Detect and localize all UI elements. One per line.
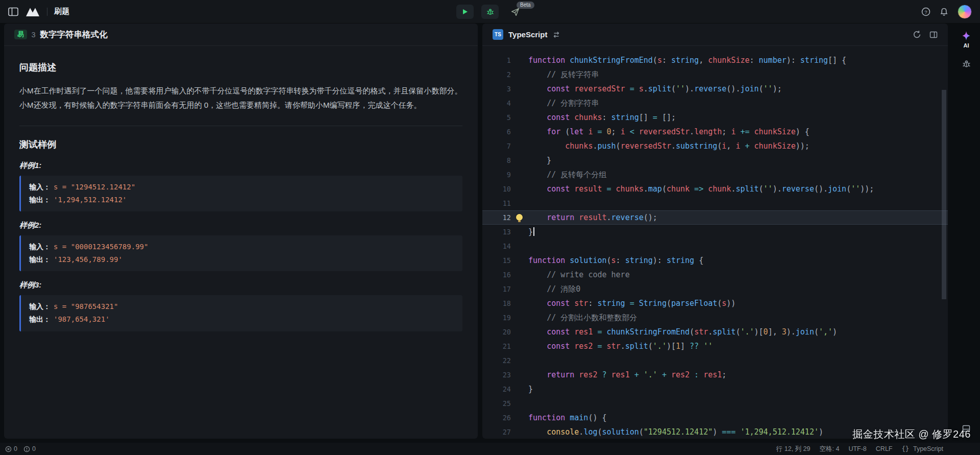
line-content: } — [511, 153, 551, 167]
code-line[interactable]: 15function solution(s: string): string { — [482, 253, 948, 268]
line-content: return result.reverse(); — [511, 210, 657, 225]
submit-button[interactable]: Beta — [506, 5, 524, 19]
code-line[interactable]: 18 const str: string = String(parseFloat… — [482, 296, 948, 310]
line-content: function main() { — [511, 411, 607, 425]
code-line[interactable]: 3 const reversedStr = s.split('').revers… — [482, 82, 948, 96]
code-line[interactable]: 22 — [482, 353, 948, 368]
warnings-indicator[interactable]: 0 — [23, 445, 36, 452]
code-line[interactable]: 12 return result.reverse(); — [482, 210, 948, 225]
sample-3-label: 样例3: — [19, 280, 462, 290]
sample-1-output: 输出：'1,294,512.12412' — [29, 194, 454, 206]
code-line[interactable]: 8 } — [482, 153, 948, 167]
code-line[interactable]: 19 // 分割出小数和整数部分 — [482, 310, 948, 325]
typescript-icon: TS — [493, 29, 503, 40]
line-content: chunks.push(reversedStr.substring(i, i +… — [511, 139, 810, 153]
svg-text:?: ? — [924, 9, 927, 14]
lightbulb-icon[interactable] — [516, 214, 523, 221]
beta-badge: Beta — [517, 2, 534, 9]
output-value: '987,654,321' — [54, 315, 110, 323]
line-content: // 分割出小数和整数部分 — [511, 310, 637, 325]
editor-header-left: TS TypeScript — [493, 29, 560, 40]
run-button[interactable] — [456, 5, 474, 19]
help-icon[interactable]: ? — [921, 7, 930, 16]
encoding[interactable]: UTF-8 — [848, 445, 866, 452]
line-number: 27 — [482, 425, 511, 439]
sidebar-toggle-icon[interactable] — [8, 7, 18, 16]
input-label: 输入： — [29, 302, 51, 310]
code-line[interactable]: 10 const result = chunks.map(chunk => ch… — [482, 182, 948, 196]
split-editor-icon[interactable] — [929, 31, 938, 39]
output-label: 输出： — [29, 315, 51, 323]
editor-panel: TS TypeScript 1function chunkStringFromE… — [482, 23, 948, 439]
code-line[interactable]: 1function chunkStringFromEnd(s: string, … — [482, 53, 948, 67]
input-label: 输入： — [29, 243, 51, 251]
switch-language-icon[interactable] — [552, 31, 560, 38]
code-line[interactable]: 7 chunks.push(reversedStr.substring(i, i… — [482, 139, 948, 153]
code-line[interactable]: 25 — [482, 396, 948, 411]
line-number: 22 — [482, 353, 511, 368]
code-line[interactable]: 16 // write code here — [482, 268, 948, 282]
sample-2-block: 输入：s = "0000123456789.99" 输出：'123,456,78… — [19, 235, 462, 271]
line-number: 26 — [482, 411, 511, 425]
sample-1-block: 输入：s = "1294512.12412" 输出：'1,294,512.124… — [19, 176, 462, 211]
code-line[interactable]: 20 const res1 = chunkStringFromEnd(str.s… — [482, 325, 948, 339]
code-line[interactable]: 5 const chunks: string[] = []; — [482, 110, 948, 125]
debug-panel-button[interactable] — [962, 60, 971, 68]
error-circle-icon — [5, 446, 12, 452]
line-content: // 反转每个分组 — [511, 167, 606, 182]
line-number: 9 — [482, 167, 511, 182]
sample-2-output: 输出：'123,456,789.99' — [29, 253, 454, 266]
editor-header: TS TypeScript — [482, 23, 948, 46]
sample-3-output: 输出：'987,654,321' — [29, 313, 454, 326]
statusbar: 0 0 行 12, 列 29 空格: 4 UTF-8 CRLF {} TypeS… — [0, 443, 980, 455]
avatar[interactable] — [958, 5, 972, 19]
line-content: const result = chunks.map(chunk => chunk… — [511, 182, 874, 196]
statusbar-problems[interactable]: 0 0 — [5, 445, 36, 452]
language-mode-label: TypeScript — [913, 445, 943, 452]
line-content: console.log(solution("1294512.12412") ==… — [511, 425, 823, 439]
code-line[interactable]: 14 — [482, 239, 948, 253]
code-line[interactable]: 9 // 反转每个分组 — [482, 167, 948, 182]
editor-scrollbar[interactable] — [942, 69, 947, 427]
line-number: 2 — [482, 67, 511, 82]
scrollbar-thumb[interactable] — [942, 90, 946, 299]
logo[interactable] — [25, 6, 40, 17]
line-content: function chunkStringFromEnd(s: string, c… — [511, 53, 846, 67]
code-area[interactable]: 1function chunkStringFromEnd(s: string, … — [482, 46, 948, 439]
line-number: 13 — [482, 225, 511, 239]
play-icon — [462, 9, 468, 15]
bug-icon — [486, 8, 494, 16]
reset-code-icon[interactable] — [913, 30, 921, 39]
code-line[interactable]: 17 // 消除0 — [482, 282, 948, 296]
sample-3-input: 输入：s = "987654321" — [29, 300, 454, 313]
section-divider — [19, 126, 462, 126]
code-line[interactable]: 21 const res2 = str.split('.')[1] ?? '' — [482, 339, 948, 353]
samples-heading: 测试样例 — [19, 138, 462, 151]
language-mode[interactable]: {} TypeScript — [901, 445, 943, 452]
line-content: const res2 = str.split('.')[1] ?? '' — [511, 339, 713, 353]
indent-setting[interactable]: 空格: 4 — [820, 445, 840, 453]
right-rail: AI — [952, 23, 980, 439]
line-number: 20 — [482, 325, 511, 339]
warning-count: 0 — [32, 445, 36, 452]
code-line[interactable]: 11 — [482, 196, 948, 210]
code-line[interactable]: 4 // 分割字符串 — [482, 96, 948, 110]
code-line[interactable]: 13} — [482, 225, 948, 239]
code-line[interactable]: 6 for (let i = 0; i < reversedStr.length… — [482, 125, 948, 139]
language-label: TypeScript — [508, 30, 547, 39]
run-toolbar: Beta — [456, 0, 524, 23]
errors-indicator[interactable]: 0 — [5, 445, 17, 452]
notifications-bell-icon[interactable] — [940, 7, 948, 16]
watermark: 掘金技术社区 @ 修罗246 — [852, 427, 971, 441]
debug-button[interactable] — [481, 5, 499, 19]
ai-assistant-button[interactable]: AI — [961, 31, 971, 49]
code-line[interactable]: 26function main() { — [482, 411, 948, 425]
line-number: 7 — [482, 139, 511, 153]
line-content: const chunks: string[] = []; — [511, 110, 676, 125]
code-line[interactable]: 23 return res2 ? res1 + '.' + res2 : res… — [482, 368, 948, 382]
cursor-position[interactable]: 行 12, 列 29 — [776, 445, 811, 453]
line-number: 24 — [482, 382, 511, 396]
eol-setting[interactable]: CRLF — [876, 445, 893, 452]
code-line[interactable]: 2 // 反转字符串 — [482, 67, 948, 82]
code-line[interactable]: 24} — [482, 382, 948, 396]
